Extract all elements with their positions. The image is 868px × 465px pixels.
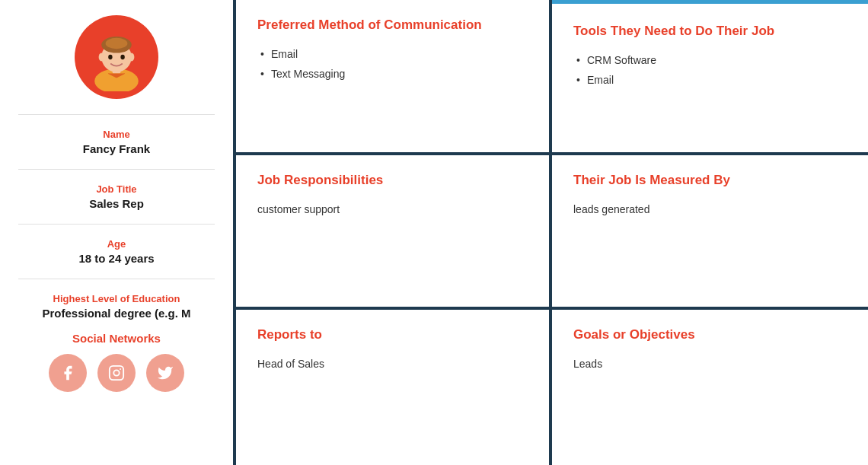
job-title-value: Sales Rep (8, 197, 225, 210)
sidebar-divider-2 (18, 169, 214, 170)
cell-preferred-comm-title: Preferred Method of Communication (257, 17, 528, 33)
age-label: Age (8, 238, 225, 250)
cell-tools-list: CRM Software Email (573, 52, 847, 89)
education-label: Highest Level of Education (8, 293, 225, 304)
sidebar-divider-1 (18, 114, 214, 115)
cell-reports-to: Reports to Head of Sales (236, 310, 552, 465)
cell-reports-text: Head of Sales (257, 355, 528, 372)
cell-preferred-comm: Preferred Method of Communication Email … (236, 0, 552, 155)
twitter-icon[interactable] (146, 354, 184, 392)
list-item: Text Messaging (257, 65, 528, 82)
cell-goals: Goals or Objectives Leads (552, 310, 868, 465)
instagram-icon[interactable] (97, 354, 136, 392)
svg-point-5 (99, 53, 104, 62)
cell-job-resp-text: customer support (257, 201, 528, 218)
cell-job-responsibilities: Job Responsibilities customer support (236, 155, 552, 311)
name-value: Fancy Frank (8, 142, 225, 155)
list-item: Email (573, 72, 847, 88)
svg-point-6 (129, 53, 134, 62)
job-title-field: Job Title Sales Rep (8, 177, 225, 216)
svg-point-11 (120, 368, 121, 370)
cell-goals-text: Leads (573, 355, 847, 372)
avatar (75, 15, 158, 99)
cell-measured-text: leads generated (573, 201, 847, 218)
cell-preferred-comm-list: Email Text Messaging (257, 46, 528, 83)
cell-reports-title: Reports to (257, 326, 528, 343)
name-field: Name Fancy Frank (8, 123, 225, 161)
social-icons-row (8, 354, 225, 392)
cell-goals-title: Goals or Objectives (573, 326, 847, 343)
facebook-icon[interactable] (49, 354, 87, 392)
page-container: Name Fancy Frank Job Title Sales Rep Age… (0, 0, 868, 465)
social-networks-title: Social Networks (8, 332, 225, 345)
cell-tools-title: Tools They Need to Do Their Job (573, 23, 847, 40)
list-item: Email (257, 46, 528, 62)
sidebar-divider-4 (18, 279, 214, 279)
svg-point-4 (106, 38, 128, 49)
svg-point-10 (113, 370, 119, 375)
cell-measured-title: Their Job Is Measured By (573, 172, 847, 189)
sidebar-divider-3 (18, 224, 214, 225)
age-value: 18 to 24 years (8, 252, 225, 265)
education-value: Professional degree (e.g. M (8, 307, 225, 320)
age-field: Age 18 to 24 years (8, 232, 225, 271)
name-label: Name (8, 129, 225, 140)
social-networks-section: Social Networks (8, 326, 225, 392)
job-title-label: Job Title (8, 183, 225, 195)
svg-point-8 (120, 55, 124, 59)
list-item: CRM Software (573, 52, 847, 68)
cell-tools: Tools They Need to Do Their Job CRM Soft… (552, 0, 868, 155)
accent-bar (552, 0, 868, 4)
svg-point-7 (108, 55, 112, 59)
svg-rect-9 (110, 366, 123, 380)
cell-measured-by: Their Job Is Measured By leads generated (552, 155, 868, 311)
cell-job-resp-title: Job Responsibilities (257, 172, 528, 189)
education-field: Highest Level of Education Professional … (8, 287, 225, 326)
main-grid: Preferred Method of Communication Email … (236, 0, 868, 465)
sidebar: Name Fancy Frank Job Title Sales Rep Age… (0, 0, 236, 465)
